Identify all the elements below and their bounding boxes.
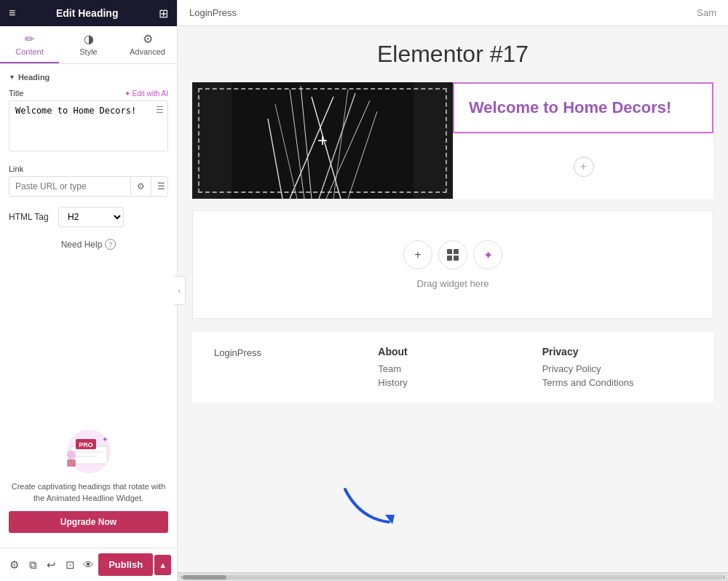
preview-icon-btn[interactable]: 👁 [80, 553, 97, 577]
svg-rect-21 [454, 249, 459, 254]
link-label: Link [9, 165, 168, 173]
need-help-section: Need Help ? [9, 239, 168, 250]
tab-content[interactable]: ✏ Content [0, 26, 59, 63]
page-title: Elementor #17 [192, 41, 713, 68]
canvas-site-name: Sam [697, 7, 716, 18]
promo-text: Create captivating headings that rotate … [9, 481, 168, 504]
title-label: Title [9, 89, 23, 98]
drag-widget-label: Drag widget here [417, 278, 489, 289]
publish-button[interactable]: Publish [98, 553, 153, 576]
link-input[interactable] [9, 177, 130, 196]
settings-icon-btn[interactable]: ⚙ [6, 553, 23, 577]
pro-art-image: PRO ✦ [60, 426, 118, 477]
svg-rect-8 [67, 459, 76, 467]
title-textarea-wrapper: ☰ [9, 100, 168, 154]
advanced-tab-label: Advanced [130, 47, 165, 56]
textarea-menu-icon[interactable]: ☰ [156, 105, 164, 115]
add-template-button[interactable] [438, 240, 467, 269]
image-column[interactable]: + [192, 82, 453, 199]
tab-advanced[interactable]: ⚙ Advanced [118, 26, 177, 63]
scroll-right-arrow[interactable]: › [723, 573, 725, 581]
footer-link-history[interactable]: History [378, 377, 527, 388]
content-tab-label: Content [15, 47, 44, 56]
footer-brand-col: LoginPress [214, 346, 363, 391]
grid-icon[interactable]: ⊞ [159, 7, 168, 20]
right-col: Welcome to Home Decors! + [453, 82, 713, 199]
scrollbar-track[interactable] [183, 575, 722, 580]
template-icon [446, 248, 459, 261]
footer-link-privacy-policy[interactable]: Privacy Policy [542, 363, 692, 374]
widget-action-buttons: + ✦ [403, 240, 502, 269]
footer-privacy-col: Privacy Privacy Policy Terms and Conditi… [542, 346, 692, 391]
canvas-logo: LoginPress [189, 7, 237, 18]
drag-widget-section[interactable]: + ✦ Drag widget here [192, 210, 713, 319]
main-canvas: LoginPress Sam Elementor #17 [178, 0, 728, 581]
title-label-row: Title ✦ Edit with AI [9, 89, 168, 98]
footer-link-team[interactable]: Team [378, 363, 527, 374]
add-widget-button[interactable]: + [403, 240, 432, 269]
link-menu-icon[interactable]: ☰ [151, 177, 168, 196]
canvas-scrollbar[interactable]: ‹ › [178, 572, 728, 581]
add-element-button[interactable]: + [574, 157, 594, 177]
footer-link-terms[interactable]: Terms and Conditions [542, 377, 692, 388]
two-col-section: + Welcome to Home Decors! + [192, 82, 713, 199]
html-tag-label: HTML Tag [9, 212, 52, 222]
footer-brand: LoginPress [214, 347, 261, 358]
panel-content: ▼ Heading Title ✦ Edit with AI ☰ Link [0, 64, 177, 417]
panel-footer: ⚙ ⧉ ↩ ⊡ 👁 Publish ▲ [0, 548, 177, 581]
heading-display-text: Welcome to Home Decors! [469, 98, 671, 117]
ai-star-icon: ✦ [124, 90, 130, 98]
title-field-row: Title ✦ Edit with AI ☰ [9, 89, 168, 154]
style-tab-label: Style [79, 47, 97, 56]
svg-rect-23 [454, 256, 459, 261]
heading-column[interactable]: Welcome to Home Decors! [453, 82, 713, 133]
responsive-icon-btn[interactable]: ⊡ [61, 553, 78, 577]
link-field-row: Link ⚙ ☰ [9, 165, 168, 197]
link-input-wrapper: ⚙ ☰ [9, 176, 168, 197]
svg-rect-22 [447, 256, 452, 261]
help-circle-icon[interactable]: ? [105, 239, 116, 250]
heading-section-label: ▼ Heading [9, 73, 168, 82]
panel-title: Edit Heading [56, 7, 119, 19]
html-tag-field-row: HTML Tag H2 H1 H3 H4 H5 H6 div span p [9, 207, 168, 227]
layers-icon-btn[interactable]: ⧉ [24, 553, 41, 577]
panel-header: ≡ Edit Heading ⊞ [0, 0, 177, 26]
ai-widget-button[interactable]: ✦ [473, 240, 502, 269]
title-textarea[interactable] [9, 100, 168, 151]
canvas-area[interactable]: Elementor #17 [178, 26, 728, 572]
panel-tabs: ✏ Content ◑ Style ⚙ Advanced [0, 26, 177, 64]
upgrade-button[interactable]: Upgrade Now [9, 511, 168, 533]
svg-text:PRO: PRO [79, 441, 93, 448]
scrollbar-thumb[interactable] [183, 575, 226, 580]
svg-rect-20 [447, 249, 452, 254]
history-icon-btn[interactable]: ↩ [43, 553, 60, 577]
content-tab-icon: ✏ [25, 32, 34, 46]
link-settings-icon[interactable]: ⚙ [130, 177, 151, 196]
svg-point-7 [67, 451, 76, 459]
style-tab-icon: ◑ [84, 32, 94, 46]
footer-about-title: About [378, 346, 527, 357]
left-panel: ≡ Edit Heading ⊞ ✏ Content ◑ Style ⚙ Adv… [0, 0, 178, 581]
blue-arrow-indicator [338, 482, 411, 529]
svg-text:✦: ✦ [102, 435, 108, 443]
footer-privacy-title: Privacy [542, 346, 692, 357]
image-add-icon[interactable]: + [317, 130, 328, 151]
panel-collapse-handle[interactable]: ‹ [174, 276, 186, 305]
edit-ai-button[interactable]: ✦ Edit with AI [124, 90, 168, 98]
html-tag-row: HTML Tag H2 H1 H3 H4 H5 H6 div span p [9, 207, 168, 227]
html-tag-select[interactable]: H2 H1 H3 H4 H5 H6 div span p [58, 207, 124, 227]
publish-caret-button[interactable]: ▲ [154, 555, 171, 575]
tab-style[interactable]: ◑ Style [59, 26, 118, 63]
add-column[interactable]: + [453, 133, 713, 199]
section-arrow-icon: ▼ [9, 74, 15, 81]
canvas-topbar: LoginPress Sam [178, 0, 728, 26]
pro-promo-section: PRO ✦ Create captivating headings that r… [9, 426, 168, 539]
page-footer: LoginPress About Team History Privacy Pr… [192, 331, 713, 403]
advanced-tab-icon: ⚙ [143, 32, 153, 46]
footer-grid: LoginPress About Team History Privacy Pr… [214, 346, 692, 391]
hamburger-icon[interactable]: ≡ [9, 7, 15, 20]
footer-about-col: About Team History [378, 346, 527, 391]
